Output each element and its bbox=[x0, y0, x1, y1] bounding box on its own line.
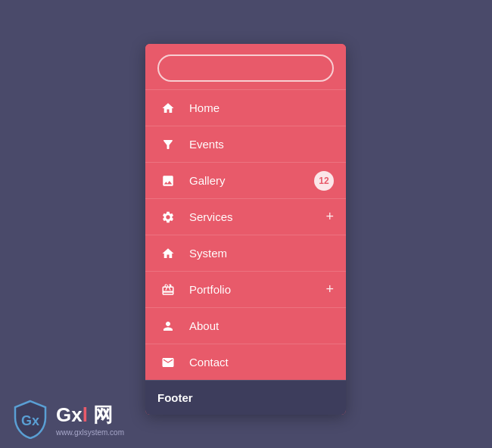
image-icon bbox=[157, 170, 179, 191]
services-label: Services bbox=[189, 210, 325, 223]
services-expand-icon: + bbox=[325, 209, 334, 225]
brand-name: Gxl 网 bbox=[56, 402, 124, 428]
menu-container: Home Events Gallery 12 bbox=[145, 44, 346, 415]
menu-item-events[interactable]: Events bbox=[145, 126, 346, 162]
portfolio-expand-icon: + bbox=[325, 282, 334, 297]
search-input[interactable] bbox=[157, 54, 334, 82]
contact-label: Contact bbox=[189, 356, 334, 369]
menu-item-home[interactable]: Home bbox=[145, 89, 346, 126]
menu-item-contact[interactable]: Contact bbox=[145, 344, 346, 380]
footer-label: Footer bbox=[157, 391, 193, 404]
svg-text:Gx: Gx bbox=[21, 413, 39, 428]
menu-list: Home Events Gallery 12 bbox=[145, 89, 346, 380]
briefcase-icon bbox=[157, 279, 179, 300]
user-icon bbox=[157, 316, 179, 337]
gallery-badge: 12 bbox=[314, 171, 334, 191]
menu-item-portfolio[interactable]: Portfolio + bbox=[145, 271, 346, 307]
home-label: Home bbox=[189, 101, 334, 114]
search-bar bbox=[145, 44, 346, 89]
gallery-label: Gallery bbox=[189, 174, 314, 187]
filter-icon bbox=[157, 134, 179, 155]
menu-item-gallery[interactable]: Gallery 12 bbox=[145, 162, 346, 198]
envelope-icon bbox=[157, 352, 179, 373]
branding: Gx Gxl 网 www.gxlsystem.com bbox=[12, 400, 124, 439]
system-home-icon bbox=[157, 243, 179, 264]
portfolio-label: Portfolio bbox=[189, 283, 325, 296]
menu-item-system[interactable]: System bbox=[145, 235, 346, 271]
menu-item-services[interactable]: Services + bbox=[145, 198, 346, 235]
system-label: System bbox=[189, 247, 334, 260]
brand-text: Gxl 网 www.gxlsystem.com bbox=[56, 402, 124, 437]
brand-shield-icon: Gx bbox=[12, 400, 48, 439]
about-label: About bbox=[189, 319, 334, 332]
brand-url: www.gxlsystem.com bbox=[56, 428, 124, 437]
gear-icon bbox=[157, 207, 179, 228]
events-label: Events bbox=[189, 138, 334, 151]
home-icon bbox=[157, 98, 179, 119]
menu-item-about[interactable]: About bbox=[145, 307, 346, 344]
menu-footer: Footer bbox=[145, 380, 346, 415]
